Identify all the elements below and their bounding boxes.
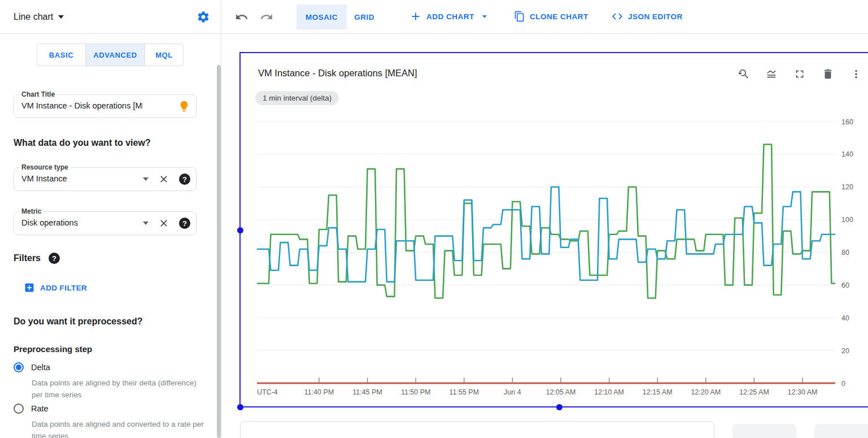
tab-advanced[interactable]: ADVANCED bbox=[85, 44, 145, 66]
zoom-reset-icon[interactable] bbox=[737, 68, 749, 80]
chart-title-field-value[interactable]: VM Instance - Disk operations [MEA bbox=[21, 101, 143, 110]
resize-handle-bottom-left[interactable] bbox=[237, 404, 243, 410]
chart-card[interactable]: 02040608010012014016011:40 PM11:45 PM11:… bbox=[239, 52, 868, 407]
clone-chart-label: CLONE CHART bbox=[530, 12, 588, 21]
query-mode-tabs: BASIC ADVANCED MQL bbox=[37, 44, 184, 66]
sidebar-header: Line chart bbox=[0, 0, 221, 34]
chart-title-field-label: Chart Title bbox=[19, 90, 57, 98]
chevron-down-icon bbox=[58, 15, 64, 19]
add-filter-label: ADD FILTER bbox=[40, 284, 87, 292]
filters-help-icon[interactable]: ? bbox=[49, 253, 60, 264]
svg-text:11:50 PM: 11:50 PM bbox=[401, 388, 431, 396]
redo-icon[interactable] bbox=[260, 10, 273, 24]
preprocess-step-label: Preprocessing step bbox=[14, 344, 92, 354]
svg-text:100: 100 bbox=[841, 216, 853, 224]
filters-heading: Filters bbox=[14, 253, 41, 263]
undo-icon[interactable] bbox=[235, 10, 248, 24]
radio-rate-desc: Data points are aligned and converted to… bbox=[32, 419, 212, 438]
svg-text:140: 140 bbox=[841, 150, 853, 158]
add-chart-button[interactable]: ADD CHART bbox=[409, 8, 490, 25]
chart-title-field[interactable]: Chart Title VM Instance - Disk operation… bbox=[14, 94, 197, 118]
svg-text:12:20 AM: 12:20 AM bbox=[691, 388, 721, 396]
svg-text:12:15 AM: 12:15 AM bbox=[643, 388, 673, 396]
svg-text:20: 20 bbox=[841, 347, 849, 355]
radio-rate-label: Rate bbox=[31, 404, 49, 413]
tab-basic[interactable]: BASIC bbox=[37, 44, 85, 66]
top-toolbar: MOSAIC GRID ADD CHART CLONE CHART JSON E… bbox=[221, 0, 868, 34]
tab-grid[interactable]: GRID bbox=[342, 5, 387, 29]
radio-rate[interactable]: Rate bbox=[14, 404, 49, 414]
copy-icon bbox=[514, 11, 525, 22]
chart-type-label: Line chart bbox=[14, 12, 53, 22]
resize-handle-left[interactable] bbox=[237, 227, 243, 233]
svg-text:0: 0 bbox=[841, 380, 845, 388]
add-filter-button[interactable]: ADD FILTER bbox=[24, 282, 87, 293]
radio-unselected-icon bbox=[14, 404, 24, 414]
code-icon bbox=[611, 10, 623, 23]
metric-value[interactable]: Disk operations bbox=[21, 218, 78, 227]
json-editor-label: JSON EDITOR bbox=[628, 12, 683, 21]
tab-mosaic[interactable]: MOSAIC bbox=[296, 5, 347, 29]
data-section-heading: What data do you want to view? bbox=[14, 138, 151, 148]
svg-text:11:55 PM: 11:55 PM bbox=[450, 388, 479, 396]
tab-mosaic-label: MOSAIC bbox=[306, 13, 338, 21]
metric-label: Metric bbox=[19, 207, 43, 215]
legend-panel bbox=[240, 421, 714, 438]
legend-toggle-icon[interactable] bbox=[765, 68, 778, 80]
delete-icon[interactable] bbox=[822, 68, 834, 80]
chart-action-bar bbox=[737, 68, 862, 80]
help-icon[interactable]: ? bbox=[179, 218, 190, 229]
chart-type-selector[interactable]: Line chart bbox=[14, 12, 64, 22]
radio-delta-desc: Data points are aligned by their delta (… bbox=[32, 378, 201, 401]
sidebar: Line chart BASIC ADVANCED MQL Chart Titl… bbox=[0, 0, 221, 438]
metric-field[interactable]: Metric Disk operations ? bbox=[14, 211, 197, 235]
tab-mql[interactable]: MQL bbox=[145, 44, 183, 66]
resource-type-value[interactable]: VM Instance bbox=[21, 174, 67, 183]
more-vert-icon[interactable] bbox=[850, 68, 862, 80]
fullscreen-icon[interactable] bbox=[793, 68, 806, 80]
svg-text:80: 80 bbox=[841, 249, 849, 257]
svg-text:12:05 AM: 12:05 AM bbox=[546, 388, 576, 396]
chevron-down-icon bbox=[479, 11, 490, 22]
interval-badge: 1 min interval (delta) bbox=[255, 91, 339, 105]
svg-text:11:45 PM: 11:45 PM bbox=[352, 388, 382, 396]
clear-x-icon[interactable] bbox=[158, 218, 169, 229]
svg-text:12:30 AM: 12:30 AM bbox=[788, 388, 818, 396]
add-box-icon bbox=[24, 282, 35, 293]
bottom-button-1[interactable] bbox=[732, 424, 796, 438]
clear-x-icon[interactable] bbox=[158, 174, 169, 185]
resource-type-field[interactable]: Resource type VM Instance ? bbox=[14, 167, 197, 191]
help-icon[interactable]: ? bbox=[179, 174, 190, 185]
gear-icon bbox=[197, 10, 210, 24]
radio-delta-label: Delta bbox=[31, 363, 50, 372]
settings-gear-button[interactable] bbox=[197, 10, 210, 24]
clone-chart-button[interactable]: CLONE CHART bbox=[514, 8, 588, 25]
lightbulb-icon[interactable] bbox=[178, 100, 190, 112]
resource-type-label: Resource type bbox=[19, 163, 71, 171]
line-chart-plot[interactable]: 02040608010012014016011:40 PM11:45 PM11:… bbox=[241, 53, 868, 407]
tab-grid-label: GRID bbox=[354, 13, 374, 21]
bottom-button-2[interactable] bbox=[814, 424, 868, 438]
json-editor-button[interactable]: JSON EDITOR bbox=[611, 8, 683, 25]
sidebar-scrollbar[interactable] bbox=[217, 65, 221, 438]
chart-card-title: VM Instance - Disk operations [MEAN] bbox=[258, 68, 417, 79]
resize-handle-bottom-center[interactable] bbox=[556, 404, 562, 410]
svg-text:40: 40 bbox=[841, 314, 849, 322]
svg-text:11:40 PM: 11:40 PM bbox=[304, 388, 334, 396]
svg-text:60: 60 bbox=[841, 281, 849, 289]
svg-text:120: 120 bbox=[841, 183, 853, 191]
dropdown-caret-icon[interactable] bbox=[143, 222, 149, 225]
svg-text:12:10 AM: 12:10 AM bbox=[594, 388, 624, 396]
dropdown-caret-icon[interactable] bbox=[143, 177, 149, 181]
svg-text:12:25 AM: 12:25 AM bbox=[739, 388, 769, 396]
preprocess-heading: Do you want it preprocessed? bbox=[14, 316, 142, 327]
svg-text:Jun 4: Jun 4 bbox=[504, 388, 521, 396]
add-chart-label: ADD CHART bbox=[426, 12, 474, 21]
radio-delta[interactable]: Delta bbox=[14, 362, 50, 372]
radio-selected-icon bbox=[14, 362, 24, 372]
svg-text:160: 160 bbox=[841, 118, 853, 126]
plus-icon bbox=[409, 10, 422, 23]
svg-text:UTC-4: UTC-4 bbox=[257, 388, 278, 396]
